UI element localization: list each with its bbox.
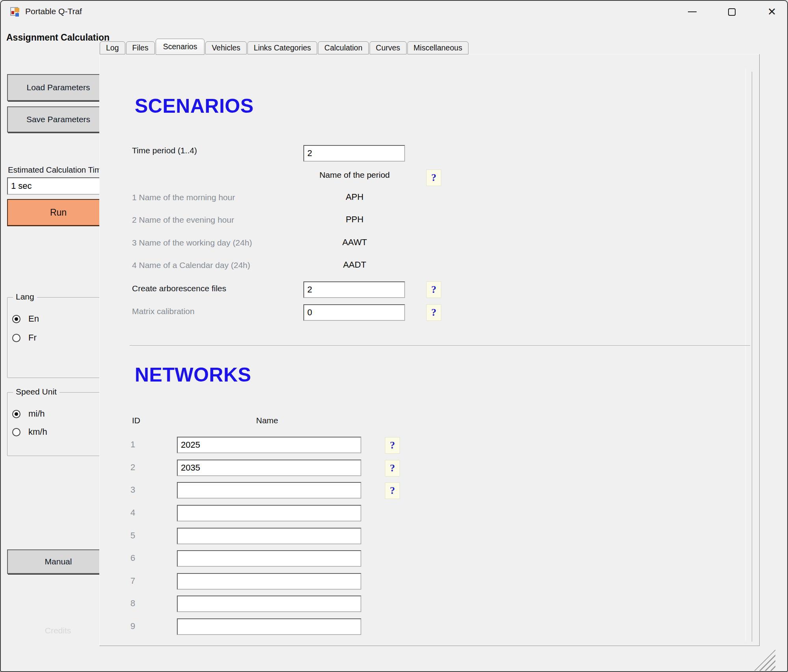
network-row-id: 6 [126, 553, 139, 563]
minimize-button[interactable] [678, 1, 706, 23]
speed-option-kmh[interactable]: km/h [12, 426, 47, 437]
speed-radio-kmh[interactable] [12, 428, 20, 436]
network-name-input[interactable] [177, 528, 361, 544]
close-button[interactable]: ✕ [758, 1, 786, 23]
help-network-button[interactable]: ? [385, 482, 400, 499]
app-icon-blue-square [15, 13, 19, 17]
help-matrix-calibration-button[interactable]: ? [426, 304, 441, 321]
period-row-label: 4 Name of a Calendar day (24h) [132, 261, 250, 270]
app-icon-amber-square [15, 8, 19, 12]
app-window: Portable Q-Traf ✕ Assignment Calculation… [0, 0, 788, 672]
network-name-input[interactable] [177, 573, 361, 590]
help-icon: ? [431, 307, 437, 318]
name-of-period-label: Name of the period [304, 170, 405, 180]
speed-option-mih[interactable]: mi/h [12, 408, 45, 419]
maximize-icon [728, 8, 736, 16]
time-period-label: Time period (1..4) [132, 146, 197, 155]
lang-radio-en-label: En [28, 314, 39, 324]
matrix-calibration-label: Matrix calibration [132, 307, 195, 316]
network-name-input[interactable] [177, 618, 361, 635]
window-title: Portable Q-Traf [25, 7, 82, 16]
matrix-calibration-input[interactable] [303, 304, 405, 321]
tab-calculation[interactable]: Calculation [318, 41, 368, 54]
run-button[interactable]: Run [7, 199, 110, 226]
create-arborescence-label: Create arborescence files [132, 284, 226, 293]
table-row: 2 ? [1, 460, 474, 478]
period-row-value: PPH [304, 214, 405, 225]
speed-unit-group-label: Speed Unit [13, 387, 59, 396]
table-row: 4 [1, 505, 474, 523]
lang-radio-fr[interactable] [12, 334, 20, 342]
table-row: 5 [1, 528, 474, 546]
network-row-id: 5 [126, 531, 139, 541]
network-row-id: 2 [126, 462, 139, 473]
app-icon-red-square [11, 11, 14, 14]
network-row-id: 8 [126, 598, 139, 609]
lang-option-en[interactable]: En [12, 313, 39, 324]
help-icon: ? [390, 439, 395, 451]
table-row: 7 [1, 573, 474, 591]
time-period-input[interactable] [303, 145, 405, 162]
network-row-id: 3 [126, 485, 139, 495]
page-title: Assignment Calculation [6, 32, 110, 43]
period-row-label: 1 Name of the morning hour [132, 193, 235, 202]
network-row-id: 1 [126, 439, 139, 450]
section-divider [130, 345, 750, 346]
tab-miscellaneous[interactable]: Miscellaneous [407, 41, 469, 54]
networks-heading: NETWORKS [135, 363, 251, 386]
help-network-button[interactable]: ? [385, 437, 400, 454]
estimated-time-label: Estimated Calculation Time [8, 165, 106, 175]
panel-edge-highlight [745, 69, 746, 641]
table-row: 6 [1, 550, 474, 568]
lang-groupbox: Lang En Fr [7, 297, 109, 378]
tab-files[interactable]: Files [126, 41, 155, 54]
maximize-button[interactable] [717, 1, 746, 23]
panel-edge-shadow [752, 72, 752, 642]
tab-links-categories[interactable]: Links Categories [247, 41, 317, 54]
tab-scenarios[interactable]: Scenarios [156, 39, 205, 55]
lang-group-label: Lang [13, 292, 37, 302]
estimated-time-field[interactable] [7, 177, 107, 195]
network-name-input[interactable] [177, 550, 361, 567]
tab-vehicles[interactable]: Vehicles [205, 41, 247, 54]
speed-radio-kmh-label: km/h [28, 427, 47, 437]
network-name-input[interactable] [177, 460, 361, 476]
network-name-input[interactable] [177, 482, 361, 499]
tab-curves[interactable]: Curves [370, 41, 407, 54]
lang-radio-fr-label: Fr [28, 333, 37, 343]
help-icon: ? [431, 172, 437, 184]
period-row-value: AAWT [304, 237, 405, 248]
table-row: 8 [1, 596, 474, 614]
help-icon: ? [390, 462, 395, 474]
networks-id-header: ID [132, 416, 140, 425]
network-name-input[interactable] [177, 505, 361, 521]
lang-radio-en[interactable] [12, 315, 20, 323]
resize-grip-icon[interactable] [754, 650, 775, 671]
close-icon: ✕ [768, 7, 777, 17]
network-row-id: 9 [126, 621, 139, 631]
speed-radio-mih-label: mi/h [28, 409, 45, 419]
help-create-arborescence-button[interactable]: ? [426, 281, 441, 298]
help-icon: ? [431, 284, 437, 296]
tab-log[interactable]: Log [100, 41, 125, 54]
table-row: 1 ? [1, 437, 474, 455]
scenarios-heading: SCENARIOS [135, 95, 254, 117]
network-name-input[interactable] [177, 596, 361, 612]
tab-bar: Log Files Scenarios Vehicles Links Categ… [100, 38, 469, 54]
lang-option-fr[interactable]: Fr [12, 332, 37, 343]
network-name-input[interactable] [177, 437, 361, 453]
save-parameters-button[interactable]: Save Parameters [7, 106, 110, 132]
period-row-label: 2 Name of the evening hour [132, 215, 234, 225]
help-name-of-period-button[interactable]: ? [426, 169, 441, 186]
table-row: 3 ? [1, 482, 474, 500]
period-row-value: AADT [304, 260, 405, 270]
table-row: 9 [1, 618, 474, 637]
create-arborescence-input[interactable] [303, 281, 405, 298]
load-parameters-button[interactable]: Load Parameters [7, 74, 110, 101]
network-row-id: 4 [126, 508, 139, 518]
help-network-button[interactable]: ? [385, 460, 400, 477]
app-icon [10, 6, 20, 17]
networks-name-header: Name [256, 416, 278, 425]
help-icon: ? [390, 485, 395, 497]
speed-radio-mih[interactable] [12, 410, 20, 418]
